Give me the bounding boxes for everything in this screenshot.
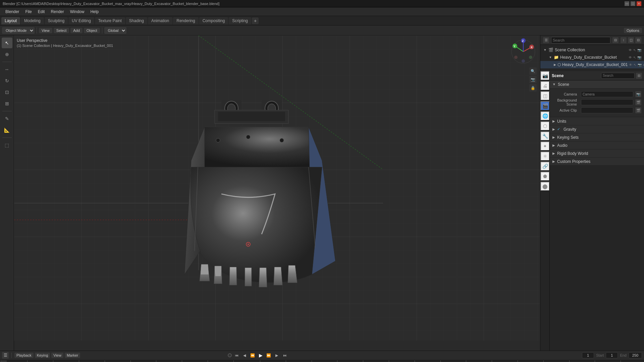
scene-section-header[interactable]: ▼ Scene: [550, 80, 644, 88]
lock-view-button[interactable]: 🔒: [529, 84, 537, 92]
custom-properties-section[interactable]: ▶ Custom Properties: [550, 158, 644, 166]
cursor-tool-button[interactable]: ⊕: [2, 49, 12, 60]
zoom-to-fit-button[interactable]: 🔍: [529, 67, 537, 75]
bucket-item-expand[interactable]: ▼: [548, 55, 552, 59]
add-menu-button[interactable]: Add: [70, 28, 83, 33]
props-search-input[interactable]: [601, 73, 635, 79]
bucket-select-icon[interactable]: ↖: [633, 56, 636, 59]
outliner-item-bucket[interactable]: ▼ 📁 Heavy_Duty_Excavator_Bucket 👁 ↖ 📷: [540, 54, 644, 61]
select-menu-button[interactable]: Select: [54, 28, 69, 33]
workspace-tab-scripting[interactable]: Scripting: [229, 17, 251, 24]
options-button[interactable]: Options: [624, 28, 642, 33]
minimize-button[interactable]: —: [625, 1, 629, 6]
skip-to-start-button[interactable]: ⏮: [233, 352, 240, 359]
timeline-menu-button[interactable]: ☰: [2, 352, 9, 359]
workspace-tab-compositing[interactable]: Compositing: [199, 17, 228, 24]
workspace-tab-texture-paint[interactable]: Texture Paint: [95, 17, 125, 24]
modifier-props-button[interactable]: 🔧: [540, 131, 550, 141]
end-frame-input[interactable]: [629, 352, 642, 358]
data-props-button[interactable]: ⬟: [540, 172, 550, 181]
rotate-tool-button[interactable]: ↻: [2, 75, 12, 86]
rigid-body-world-section[interactable]: ▶ Rigid Body World: [550, 149, 644, 158]
outliner-scene-collection[interactable]: ▼ 🎬 Scene Collection 👁 ↖ 📷: [540, 46, 644, 54]
menu-item-render[interactable]: Render: [48, 9, 66, 15]
bg-scene-icon-btn[interactable]: 🎬: [635, 99, 641, 105]
outliner-filter2-button[interactable]: ⊟: [635, 37, 641, 43]
bucket-visibility-icon[interactable]: 👁: [629, 56, 632, 59]
scale-tool-button[interactable]: ⊡: [2, 87, 12, 98]
measure-tool-button[interactable]: 📐: [2, 125, 12, 135]
render-restrict-icon[interactable]: 📷: [637, 48, 641, 52]
bucket-render-icon[interactable]: 📷: [637, 56, 641, 59]
scene-collection-expand[interactable]: ▼: [543, 48, 547, 52]
maximize-button[interactable]: □: [631, 1, 635, 6]
step-forward-button[interactable]: ⏩: [265, 352, 272, 359]
menu-item-edit[interactable]: Edit: [35, 9, 48, 15]
playback-button[interactable]: Playback: [14, 353, 34, 358]
workspace-tab-shading[interactable]: Shading: [126, 17, 147, 24]
add-workspace-button[interactable]: +: [252, 17, 259, 24]
camera-view-button[interactable]: 📷: [529, 76, 537, 83]
add-cube-button[interactable]: ⬚: [2, 140, 12, 150]
workspace-tab-animation[interactable]: Animation: [148, 17, 172, 24]
output-props-button[interactable]: 🖨: [540, 81, 550, 90]
viewport-canvas[interactable]: User Perspective (1) Scene Collection | …: [14, 36, 540, 341]
physics-props-button[interactable]: ⚛: [540, 152, 550, 161]
object-mode-select[interactable]: Object Mode: [2, 27, 35, 34]
material-props-button[interactable]: ⬤: [540, 182, 550, 191]
bucket-001-expand[interactable]: ▶: [554, 63, 556, 67]
viewport[interactable]: □ ● ◉ ◈: [14, 36, 540, 351]
select-restrict-icon[interactable]: ↖: [633, 48, 636, 52]
gravity-section[interactable]: ▶ ✓ Gravity: [550, 125, 644, 133]
close-button[interactable]: ✕: [637, 1, 641, 6]
transform-space-select[interactable]: Global: [104, 27, 126, 34]
bg-scene-field[interactable]: [581, 99, 633, 105]
object-props-button[interactable]: ⬡: [540, 121, 550, 131]
menu-item-help[interactable]: Help: [88, 9, 101, 15]
step-back-button[interactable]: ⏪: [249, 352, 256, 359]
play-button[interactable]: ▶: [257, 352, 264, 359]
menu-item-blender[interactable]: Blender: [3, 9, 22, 15]
outliner-item-bucket-001[interactable]: ▶ ⬡ Heavy_Duty_Excavator_Bucket_001 👁 ↖ …: [540, 61, 644, 68]
particles-props-button[interactable]: ✦: [540, 141, 550, 151]
active-clip-icon-btn[interactable]: 🎬: [635, 107, 641, 113]
keying-sets-section[interactable]: ▶ Keying Sets: [550, 133, 644, 141]
units-section[interactable]: ▶ Units: [550, 117, 644, 125]
menu-item-window[interactable]: Window: [67, 9, 87, 15]
gravity-check-icon[interactable]: ✓: [557, 127, 560, 131]
world-props-button[interactable]: 🌐: [540, 111, 550, 121]
annotate-tool-button[interactable]: ✎: [2, 113, 12, 124]
workspace-tab-layout[interactable]: Layout: [1, 17, 20, 24]
workspace-tab-modeling[interactable]: Modeling: [21, 17, 44, 24]
bucket-001-rnd[interactable]: 📷: [638, 63, 642, 67]
view-layer-props-button[interactable]: ◫: [540, 91, 550, 101]
camera-value-field[interactable]: Camera: [581, 91, 633, 97]
outliner-overlay-button[interactable]: ◫: [628, 37, 634, 43]
outliner-filter-button[interactable]: ⊟: [612, 37, 619, 43]
props-filter-button[interactable]: ⊟: [636, 73, 642, 79]
select-tool-button[interactable]: ↖: [2, 38, 12, 48]
workspace-tab-rendering[interactable]: Rendering: [173, 17, 198, 24]
scene-props-button[interactable]: 🎬: [540, 101, 550, 111]
object-menu-button[interactable]: Object: [84, 28, 100, 33]
outliner-view-icon[interactable]: ☰: [543, 37, 549, 43]
bucket-001-vis[interactable]: 👁: [629, 63, 632, 67]
move-tool-button[interactable]: ↔: [2, 64, 12, 75]
jump-forward-button[interactable]: ▶: [273, 352, 280, 359]
constraints-props-button[interactable]: 🔗: [540, 162, 550, 171]
workspace-tab-sculpting[interactable]: Sculpting: [45, 17, 68, 24]
camera-dropper-button[interactable]: 📷: [635, 91, 641, 97]
jump-back-button[interactable]: ◀: [241, 352, 248, 359]
outliner-sync-button[interactable]: ↕: [621, 37, 627, 43]
skip-to-end-button[interactable]: ⏭: [281, 352, 288, 359]
start-frame-input[interactable]: [606, 352, 618, 358]
keying-button[interactable]: Keying: [35, 353, 50, 358]
marker-button[interactable]: Marker: [65, 353, 80, 358]
transform-tool-button[interactable]: ⊞: [2, 98, 12, 109]
menu-item-file[interactable]: File: [22, 9, 34, 15]
render-props-button[interactable]: 📷: [540, 71, 550, 80]
visibility-icon[interactable]: 👁: [629, 48, 632, 52]
current-frame-input[interactable]: [582, 352, 594, 358]
view-menu-button[interactable]: View: [39, 28, 52, 33]
timeline-frame-ruler[interactable]: 1102030405060708090100110120130140150160…: [0, 360, 644, 362]
